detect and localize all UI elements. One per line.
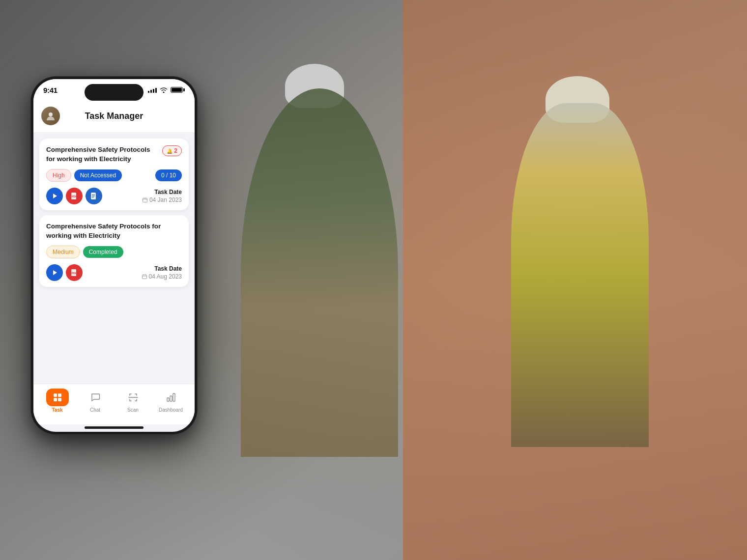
nav-item-dashboard[interactable]: Dashboard	[156, 389, 186, 413]
svg-rect-21	[54, 398, 57, 401]
svg-rect-24	[167, 398, 169, 401]
task-date-value-1: 04 Jan 2023	[143, 196, 182, 203]
wifi-icon	[160, 87, 168, 93]
calendar-icon-2	[142, 274, 147, 279]
svg-rect-7	[92, 197, 94, 197]
app-header: Task Manager	[33, 101, 195, 133]
task-date-text-1: 04 Jan 2023	[149, 196, 182, 203]
task-card-2-badges: Medium Completed	[46, 246, 182, 258]
nav-item-chat[interactable]: Chat	[81, 389, 110, 413]
phone-device: 9:41	[30, 76, 198, 435]
task-date-value-2: 04 Aug 2023	[142, 273, 182, 280]
svg-marker-12	[53, 270, 57, 275]
worker-right	[511, 103, 649, 447]
scan-icon	[128, 392, 139, 403]
pdf-button-1[interactable]: PDF	[66, 188, 83, 204]
calendar-icon-1	[143, 197, 147, 202]
status-badge-2: Completed	[83, 246, 123, 258]
svg-rect-5	[92, 195, 95, 195]
app-content: Task Manager Comprehensive Safety Protoc…	[33, 101, 195, 432]
play-button-2[interactable]	[46, 264, 63, 281]
nav-label-chat: Chat	[90, 407, 100, 413]
phone-outer: 9:41	[30, 76, 198, 435]
svg-text:PDF: PDF	[72, 195, 77, 198]
notification-count-1: 2	[174, 147, 177, 154]
svg-text:PDF: PDF	[72, 272, 77, 275]
dashboard-icon	[166, 392, 176, 403]
svg-rect-8	[143, 198, 147, 202]
play-button-1[interactable]	[46, 188, 63, 204]
chat-icon	[90, 392, 101, 403]
task-card-1-badges: High Not Accessed 0 / 10	[46, 169, 182, 182]
task-card-1-actions: PDF	[46, 188, 102, 204]
doc-button-1[interactable]	[86, 188, 102, 204]
task-card-1-title: Comprehensive Safety Protocols for worki…	[46, 145, 162, 164]
svg-rect-20	[58, 393, 61, 397]
task-card-2-title: Comprehensive Safety Protocols for worki…	[46, 222, 182, 241]
task-card-2-header: Comprehensive Safety Protocols for worki…	[46, 222, 182, 241]
page-title: Task Manager	[66, 111, 162, 121]
nav-label-task: Task	[52, 407, 62, 413]
priority-badge-2: Medium	[46, 246, 80, 258]
priority-badge-1: High	[46, 169, 71, 182]
nav-label-scan: Scan	[127, 407, 139, 413]
svg-point-0	[49, 112, 53, 116]
phone-screen: 9:41	[33, 79, 195, 432]
status-time: 9:41	[43, 86, 57, 94]
progress-badge-1: 0 / 10	[155, 169, 182, 181]
nav-icon-chat	[84, 389, 107, 406]
task-card-1-header: Comprehensive Safety Protocols for worki…	[46, 145, 182, 164]
nav-item-scan[interactable]: Scan	[118, 389, 148, 413]
task-card-1-footer: PDF	[46, 188, 182, 204]
signal-icon	[148, 87, 157, 93]
bell-icon: 🔔	[167, 148, 172, 154]
task-icon	[52, 392, 63, 403]
nav-item-task[interactable]: Task	[43, 389, 72, 413]
avatar	[41, 107, 60, 125]
home-indicator	[85, 426, 144, 429]
task-date-label-1: Task Date	[143, 189, 182, 196]
task-card-2-actions: PDF	[46, 264, 83, 281]
svg-rect-15	[142, 275, 146, 279]
dynamic-island	[85, 84, 144, 101]
task-list[interactable]: Comprehensive Safety Protocols for worki…	[33, 133, 195, 384]
battery-icon	[171, 87, 183, 93]
task-card-2: Comprehensive Safety Protocols for worki…	[39, 215, 189, 287]
status-icons	[148, 87, 183, 93]
worker-left	[241, 88, 398, 457]
bottom-nav: Task Chat	[33, 384, 195, 424]
nav-label-dashboard: Dashboard	[159, 407, 183, 413]
notification-badge-1: 🔔 2	[162, 145, 182, 156]
status-badge-1: Not Accessed	[74, 169, 122, 181]
status-bar: 9:41	[33, 79, 195, 101]
task-card-2-footer: PDF Task Date	[46, 264, 182, 281]
task-card-2-date: Task Date 04 Aug 2023	[142, 265, 182, 280]
nav-icon-scan	[122, 389, 144, 406]
svg-rect-26	[173, 393, 175, 401]
pdf-button-2[interactable]: PDF	[66, 264, 83, 281]
svg-rect-6	[92, 196, 95, 196]
svg-rect-22	[58, 398, 61, 401]
task-card-1: Comprehensive Safety Protocols for worki…	[39, 139, 189, 210]
nav-icon-task	[46, 389, 69, 406]
svg-rect-19	[54, 393, 57, 397]
task-date-label-2: Task Date	[142, 265, 182, 272]
nav-icon-dashboard	[160, 389, 182, 406]
svg-rect-25	[170, 396, 172, 401]
task-date-text-2: 04 Aug 2023	[149, 273, 182, 280]
task-card-1-date: Task Date 04 Jan 2023	[143, 189, 182, 203]
svg-marker-1	[53, 194, 57, 198]
